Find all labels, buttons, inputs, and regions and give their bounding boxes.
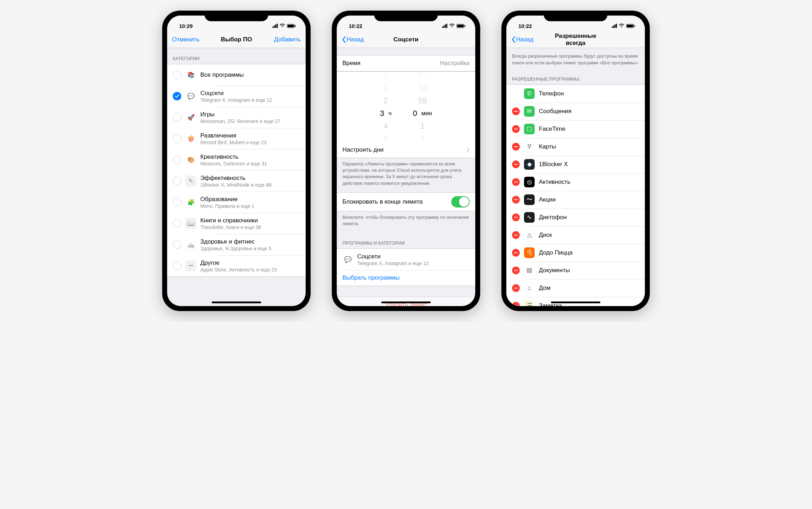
nav-bar: Отменить Выбор ПО Добавить xyxy=(167,31,306,48)
time-value: Настройка xyxy=(440,60,470,67)
app-icon: ▢ xyxy=(524,124,535,134)
wifi-icon xyxy=(280,24,285,28)
nav-bar: Назад Разрешенные всегда xyxy=(506,31,645,48)
app-icon: ◆ xyxy=(524,159,535,170)
home-indicator xyxy=(212,302,261,303)
category-icon: 📚 xyxy=(186,70,196,80)
category-row-all[interactable]: 📚Все программы xyxy=(167,64,306,86)
category-title: Развлечения xyxy=(200,132,300,139)
back-button[interactable]: Назад xyxy=(511,36,547,43)
app-icon: ▤ xyxy=(524,265,535,276)
wifi-icon xyxy=(449,24,455,28)
category-radio[interactable] xyxy=(173,113,181,122)
remove-button[interactable] xyxy=(512,231,520,239)
category-subtitle: Apple Store, Активность и еще 23 xyxy=(200,267,300,273)
category-social-row[interactable]: 💬 Соцсети Telegram X, Instagram и еще 12 xyxy=(337,249,475,270)
allowed-app-row-1blockerx[interactable]: ◆1Blocker X xyxy=(506,156,645,173)
remove-button[interactable] xyxy=(512,249,520,257)
nav-title: Соцсети xyxy=(377,36,435,43)
category-radio[interactable] xyxy=(173,198,181,206)
category-subtitle: Mextures, Darkroom и еще 31 xyxy=(200,161,300,166)
category-radio[interactable] xyxy=(173,219,181,228)
category-radio[interactable] xyxy=(173,134,181,143)
app-title: Активность xyxy=(539,179,639,186)
category-row-social[interactable]: 💬СоцсетиTelegram X, Instagram и еще 12 xyxy=(167,86,306,107)
allowed-app-row-drive[interactable]: △Диск xyxy=(506,226,645,244)
category-row-health[interactable]: 🚲Здоровье и фитнесЗдоровье, Я.Здоровье и… xyxy=(167,234,306,255)
home-indicator xyxy=(381,302,431,303)
remove-button[interactable] xyxy=(512,160,520,168)
app-title: Карты xyxy=(539,143,639,150)
category-sub: Telegram X, Instagram и еще 12 xyxy=(357,261,470,266)
category-subtitle: Mooseman, ZG: Revenant и еще 27 xyxy=(200,118,300,124)
app-title: 1Blocker X xyxy=(539,161,639,168)
app-icon: 🍕 xyxy=(524,247,535,258)
remove-button[interactable] xyxy=(512,107,520,115)
battery-icon xyxy=(457,24,465,28)
app-title: Диск xyxy=(539,232,639,239)
allowed-app-row-docs[interactable]: ▤Документы xyxy=(506,262,645,279)
cancel-button[interactable]: Отменить xyxy=(172,36,207,43)
customize-days-row[interactable]: Настроить дни xyxy=(337,142,475,158)
signal-icon xyxy=(442,24,447,28)
category-radio[interactable] xyxy=(173,156,181,164)
back-button[interactable]: Назад xyxy=(342,36,377,43)
category-row-games[interactable]: 🚀ИгрыMooseman, ZG: Revenant и еще 27 xyxy=(167,107,306,128)
customize-days-label: Настроить дни xyxy=(342,146,463,153)
remove-button[interactable] xyxy=(512,302,520,306)
nav-title: Выбор ПО xyxy=(207,36,265,43)
category-title: Другое xyxy=(200,259,300,267)
choose-apps-row[interactable]: Выбрать программы xyxy=(337,270,475,286)
category-icon: 🧩 xyxy=(186,197,196,207)
category-row-books[interactable]: 📖Книги и справочникиTheodolite, Книги и … xyxy=(167,213,306,234)
block-at-end-row[interactable]: Блокировать в конце лимита xyxy=(337,193,475,211)
allowed-app-row-stocks[interactable]: 〜Акции xyxy=(506,191,645,209)
block-at-end-label: Блокировать в конце лимита xyxy=(342,198,447,205)
category-subtitle: Mimo, Правила и еще 1 xyxy=(200,203,300,209)
category-radio[interactable] xyxy=(173,262,181,270)
allowed-apps-group: ✆Телефон✉︎Сообщения▢FaceTime⚲Карты◆1Bloc… xyxy=(506,84,645,306)
picker-minutes[interactable]: 57 58 59 0мин 1 2 xyxy=(413,69,432,145)
add-button[interactable]: Добавить xyxy=(265,36,301,43)
status-time: 10:22 xyxy=(514,23,532,29)
category-row-education[interactable]: 🧩ОбразованиеMimo, Правила и еще 1 xyxy=(167,192,306,213)
category-radio[interactable] xyxy=(173,240,181,249)
remove-button[interactable] xyxy=(512,267,520,274)
nav-bar: Назад Соцсети xyxy=(337,31,475,48)
allowed-app-row-dodo[interactable]: 🍕Додо Пицца xyxy=(506,244,645,262)
category-row-productivity[interactable]: ✎Эффективность1Blocker X, MindNode и еще… xyxy=(167,170,306,192)
time-picker[interactable]: 0 1 2 3ч 4 5 57 58 59 0мин 1 2 xyxy=(337,71,475,142)
category-radio[interactable] xyxy=(173,71,181,79)
picker-hours[interactable]: 0 1 2 3ч 4 5 xyxy=(380,69,392,145)
choose-apps-label: Выбрать программы xyxy=(342,274,400,281)
category-row-other[interactable]: •••ДругоеApple Store, Активность и еще 2… xyxy=(167,255,306,276)
remove-button[interactable] xyxy=(512,143,520,151)
time-row[interactable]: Время Настройка xyxy=(337,55,475,71)
remove-button[interactable] xyxy=(512,213,520,221)
category-radio[interactable] xyxy=(173,92,181,100)
category-row-creativity[interactable]: 🎨КреативностьMextures, Darkroom и еще 31 xyxy=(167,149,306,170)
remove-button[interactable] xyxy=(512,196,520,204)
remove-button[interactable] xyxy=(512,284,520,292)
wifi-icon xyxy=(619,24,624,28)
allowed-app-row-facetime[interactable]: ▢FaceTime xyxy=(506,120,645,138)
app-icon: ✆ xyxy=(524,88,535,99)
allowed-app-row-phone[interactable]: ✆Телефон xyxy=(506,85,645,103)
status-time: 10:29 xyxy=(175,23,193,29)
category-radio[interactable] xyxy=(173,177,181,185)
signal-icon xyxy=(612,24,617,28)
block-toggle[interactable] xyxy=(451,196,470,207)
remove-button[interactable] xyxy=(512,125,520,133)
allowed-app-row-messages[interactable]: ✉︎Сообщения xyxy=(506,103,645,120)
allowed-app-row-maps[interactable]: ⚲Карты xyxy=(506,138,645,156)
app-title: Диктофон xyxy=(539,214,639,221)
allowed-app-row-voice[interactable]: ∿Диктофон xyxy=(506,209,645,226)
category-title: Все программы xyxy=(200,71,300,78)
category-row-entertainment[interactable]: 🍿РазвлеченияRecord Bird, Mubert и еще 23 xyxy=(167,128,306,149)
remove-button[interactable] xyxy=(512,178,520,186)
allowed-app-row-activity[interactable]: ◎Активность xyxy=(506,173,645,191)
phone-2: 10:22 Назад Соцсети Вр xyxy=(332,11,480,311)
category-subtitle: 1Blocker X, MindNode и еще 88 xyxy=(200,182,300,188)
section-header-categories: КАТЕГОРИИ xyxy=(167,48,306,64)
allowed-app-row-home[interactable]: ⌂Дом xyxy=(506,279,645,297)
